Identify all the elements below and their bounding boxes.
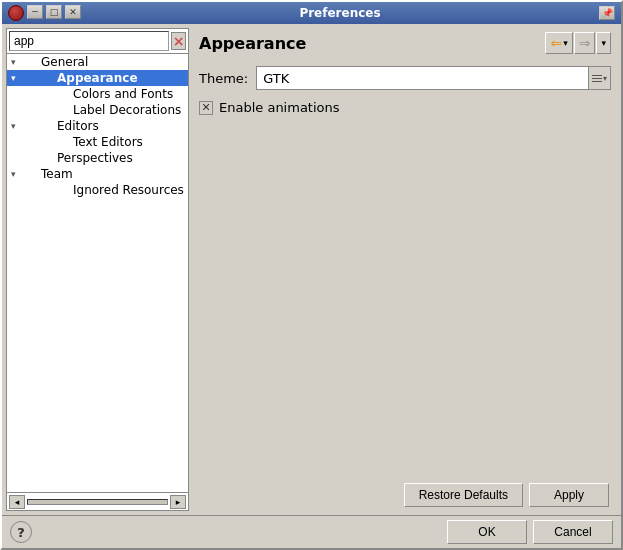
restore-defaults-button[interactable]: Restore Defaults bbox=[404, 483, 523, 507]
right-header: Appearance ⇐ ▾ ⇒ ▾ bbox=[193, 28, 617, 60]
combo-line-2 bbox=[592, 78, 602, 79]
checkbox-check-icon: ✕ bbox=[201, 102, 210, 113]
footer-buttons: OK Cancel bbox=[447, 520, 613, 544]
tree-item-colors-fonts[interactable]: Colors and Fonts bbox=[7, 86, 188, 102]
forward-arrow-icon: ⇒ bbox=[579, 35, 591, 51]
scroll-left-button[interactable]: ◂ bbox=[9, 495, 25, 509]
pin-button[interactable]: 📌 bbox=[599, 6, 615, 20]
maximize-button[interactable]: □ bbox=[46, 5, 62, 19]
scroll-track[interactable] bbox=[27, 499, 168, 505]
tree-label-appearance: Appearance bbox=[57, 71, 138, 85]
theme-label: Theme: bbox=[199, 71, 248, 86]
expand-arrow-editors: ▾ bbox=[11, 121, 25, 131]
help-button[interactable]: ? bbox=[10, 521, 32, 543]
clear-icon: ⤫ bbox=[173, 34, 184, 49]
right-panel: Appearance ⇐ ▾ ⇒ ▾ Theme: bbox=[193, 28, 617, 511]
tree-item-editors[interactable]: ▾ Editors bbox=[7, 118, 188, 134]
tree-label-editors: Editors bbox=[57, 119, 99, 133]
tree-label-colors-fonts: Colors and Fonts bbox=[73, 87, 173, 101]
nav-buttons: ⇐ ▾ ⇒ ▾ bbox=[545, 32, 611, 54]
search-bar: ⤫ bbox=[7, 29, 188, 54]
preferences-window: ─ □ ✕ Preferences 📌 ⤫ ▾ General bbox=[0, 0, 623, 550]
left-panel: ⤫ ▾ General ▾ Appearance Colors and Font… bbox=[6, 28, 189, 511]
expand-arrow-team: ▾ bbox=[11, 169, 25, 179]
right-content: Theme: GTK ▾ bbox=[193, 60, 617, 479]
content-area: ⤫ ▾ General ▾ Appearance Colors and Font… bbox=[2, 24, 621, 515]
tree-label-text-editors: Text Editors bbox=[73, 135, 143, 149]
enable-animations-checkbox[interactable]: ✕ bbox=[199, 101, 213, 115]
ok-button[interactable]: OK bbox=[447, 520, 527, 544]
tree-label-general: General bbox=[41, 55, 88, 69]
theme-combo[interactable]: GTK ▾ bbox=[256, 66, 611, 90]
combo-dropdown-icon: ▾ bbox=[603, 74, 607, 83]
tree-label-team: Team bbox=[41, 167, 73, 181]
tree-label-ignored-resources: Ignored Resources bbox=[73, 183, 184, 197]
nav-dropdown-button[interactable]: ▾ bbox=[596, 32, 611, 54]
tree-item-general[interactable]: ▾ General bbox=[7, 54, 188, 70]
theme-combo-value: GTK bbox=[257, 69, 588, 88]
expand-arrow-general: ▾ bbox=[11, 57, 25, 67]
theme-combo-button[interactable]: ▾ bbox=[588, 67, 610, 89]
tree-area: ▾ General ▾ Appearance Colors and Fonts … bbox=[7, 54, 188, 492]
scroll-right-button[interactable]: ▸ bbox=[170, 495, 186, 509]
apply-button[interactable]: Apply bbox=[529, 483, 609, 507]
back-dropdown-icon: ▾ bbox=[563, 38, 568, 48]
window-icon bbox=[8, 5, 24, 21]
combo-lines-icon bbox=[592, 75, 602, 82]
footer-bar: ? OK Cancel bbox=[2, 515, 621, 548]
panel-title: Appearance bbox=[199, 34, 306, 53]
cancel-button[interactable]: Cancel bbox=[533, 520, 613, 544]
tree-item-ignored-resources[interactable]: Ignored Resources bbox=[7, 182, 188, 198]
search-input[interactable] bbox=[9, 31, 169, 51]
window-controls: ─ □ ✕ bbox=[8, 5, 81, 21]
tree-label-label-decorations: Label Decorations bbox=[73, 103, 181, 117]
theme-row: Theme: GTK ▾ bbox=[199, 66, 611, 90]
window-title: Preferences bbox=[81, 6, 599, 20]
tree-item-appearance[interactable]: ▾ Appearance bbox=[7, 70, 188, 86]
titlebar: ─ □ ✕ Preferences 📌 bbox=[2, 2, 621, 24]
back-arrow-icon: ⇐ bbox=[550, 35, 562, 51]
restore-apply-buttons: Restore Defaults Apply bbox=[193, 479, 617, 511]
minimize-button[interactable]: ─ bbox=[27, 5, 43, 19]
search-clear-button[interactable]: ⤫ bbox=[171, 32, 186, 50]
tree-item-perspectives[interactable]: Perspectives bbox=[7, 150, 188, 166]
enable-animations-label: Enable animations bbox=[219, 100, 340, 115]
tree-item-text-editors[interactable]: Text Editors bbox=[7, 134, 188, 150]
expand-arrow-appearance: ▾ bbox=[11, 73, 25, 83]
combo-line-1 bbox=[592, 75, 602, 76]
forward-button[interactable]: ⇒ bbox=[574, 32, 596, 54]
tree-item-team[interactable]: ▾ Team bbox=[7, 166, 188, 182]
nav-dropdown-icon: ▾ bbox=[601, 38, 606, 48]
back-button[interactable]: ⇐ ▾ bbox=[545, 32, 572, 54]
close-button[interactable]: ✕ bbox=[65, 5, 81, 19]
combo-line-3 bbox=[592, 81, 602, 82]
tree-item-label-decorations[interactable]: Label Decorations bbox=[7, 102, 188, 118]
tree-label-perspectives: Perspectives bbox=[57, 151, 133, 165]
enable-animations-row: ✕ Enable animations bbox=[199, 100, 611, 115]
tree-scrollbar: ◂ ▸ bbox=[7, 492, 188, 510]
